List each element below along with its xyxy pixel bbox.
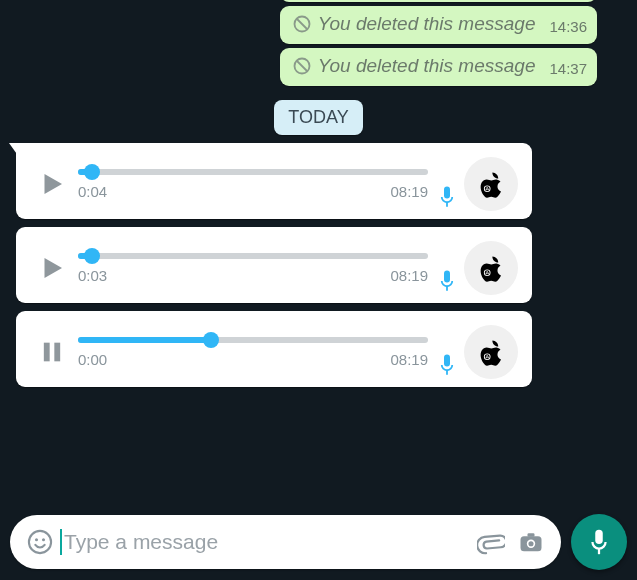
svg-rect-9 [444,271,450,283]
pause-button[interactable] [30,337,74,367]
svg-rect-12 [44,343,50,362]
svg-point-19 [42,538,45,541]
svg-line-5 [297,61,307,71]
message-time: 14:37 [549,60,587,77]
voice-elapsed: 0:03 [78,267,107,284]
microphone-icon [436,269,458,293]
voice-time: 08:19 [390,351,428,368]
play-button[interactable] [30,167,74,201]
sender-avatar[interactable] [464,157,518,211]
ban-icon [292,56,312,76]
sender-avatar[interactable] [464,325,518,379]
deleted-message-text: You deleted this message [318,55,536,77]
play-button[interactable] [30,251,74,285]
message-input[interactable] [64,530,471,554]
voice-time: 08:19 [390,183,428,200]
svg-rect-14 [444,355,450,367]
svg-point-22 [528,541,533,546]
svg-point-17 [29,531,51,553]
microphone-icon [436,185,458,209]
ban-icon [292,14,312,34]
voice-seek-slider[interactable] [78,253,428,259]
svg-point-18 [35,538,38,541]
svg-line-3 [297,19,307,29]
svg-rect-6 [444,187,450,199]
voice-seek-slider[interactable] [78,169,428,175]
voice-time: 08:19 [390,267,428,284]
emoji-icon[interactable] [20,528,60,556]
microphone-icon [436,353,458,377]
text-cursor [60,529,62,555]
svg-rect-13 [54,343,60,362]
voice-message-bubble[interactable]: 0:03 08:19 [16,227,532,303]
sender-avatar[interactable] [464,241,518,295]
date-separator: TODAY [274,100,362,135]
svg-rect-23 [528,533,535,537]
voice-elapsed: 0:00 [78,351,107,368]
voice-message-bubble[interactable]: 0:04 08:19 [16,143,532,219]
message-composer[interactable] [10,515,561,569]
camera-icon[interactable] [511,528,551,556]
deleted-message-bubble[interactable]: You deleted this message 14:37 [280,48,597,86]
svg-rect-24 [595,530,603,544]
attach-icon[interactable] [471,528,511,556]
record-voice-button[interactable] [571,514,627,570]
message-time: 14:36 [549,18,587,35]
voice-seek-slider[interactable] [78,337,428,343]
voice-elapsed: 0:04 [78,183,107,200]
deleted-message-text: You deleted this message [318,13,536,35]
voice-message-bubble[interactable]: 0:00 08:19 [16,311,532,387]
deleted-message-bubble[interactable]: You deleted this message 14:35 [280,0,597,2]
deleted-message-bubble[interactable]: You deleted this message 14:36 [280,6,597,44]
